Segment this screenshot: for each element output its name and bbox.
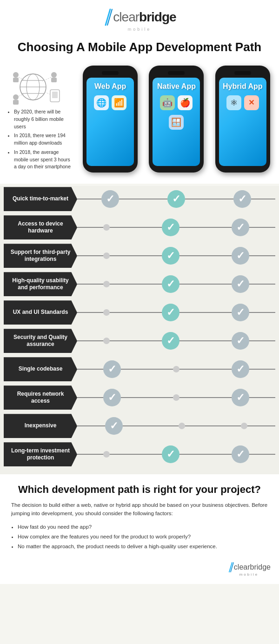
check-circle: ✓ <box>232 247 249 265</box>
intro-image <box>7 67 68 105</box>
bottom-bullets: How fast do you need the app? How comple… <box>0 522 279 560</box>
comparison-row: Requires network access✓✓ <box>4 385 275 411</box>
logo: clearbridge <box>5 8 274 26</box>
apple-icon: 🍎 <box>178 95 193 110</box>
intro-panel: By 2020, there will be roughly 6 billion… <box>5 66 77 174</box>
header-section: clearbridge mobile <box>0 0 279 35</box>
logo-slash-icon <box>103 8 113 26</box>
phone-notch-hybrid <box>234 71 251 75</box>
check-circle <box>241 423 247 429</box>
comparison-row: Access to device hardware✓✓ <box>4 214 275 240</box>
check-circle <box>173 394 179 401</box>
row-label: Security and Quality assurance <box>4 329 77 353</box>
check-circle: ✓ <box>162 275 179 293</box>
comparison-row: Single codebase✓✓ <box>4 356 275 382</box>
footer-logo: clearbridge mobile <box>227 562 271 577</box>
check-circle <box>103 252 110 259</box>
phone-screen-native: Native App 🤖 🍎 🪟 <box>153 78 200 166</box>
check-circle: ✓ <box>232 445 249 463</box>
phone-icons-native: 🤖 🍎 🪟 <box>154 95 198 130</box>
check-circle: ✓ <box>162 445 179 463</box>
check-circle: ✓ <box>232 275 249 293</box>
bottom-section: Which development path is right for your… <box>0 474 279 584</box>
bottom-footer: clearbridge mobile <box>0 560 279 584</box>
svg-point-11 <box>13 94 19 100</box>
check-circle: ✓ <box>232 219 249 236</box>
row-checks: ✓ <box>77 414 275 438</box>
check-circle: ✓ <box>103 389 121 406</box>
phone-frame-web: Web App 🌐 📶 <box>83 66 138 173</box>
svg-rect-10 <box>51 78 57 82</box>
globe-icon: 🌐 <box>94 95 109 110</box>
phone-label-native: Native App <box>157 82 196 91</box>
comparison-table: Quick time-to-market✓✓✓Access to device … <box>0 186 279 474</box>
row-label: UX and UI Standards <box>4 300 77 325</box>
row-label: High-quality usability and performance <box>4 272 77 296</box>
row-checks: ✓✓✓ <box>77 187 275 211</box>
check-circle: ✓ <box>162 219 179 236</box>
comparison-row: Inexpensive✓ <box>4 413 275 439</box>
logo-clear: clear <box>113 10 139 25</box>
svg-line-17 <box>19 93 27 96</box>
svg-line-19 <box>229 563 232 572</box>
phone-native: Native App 🤖 🍎 🪟 <box>149 66 204 173</box>
phone-hybrid: Hybrid App ⚛ ✕ <box>215 66 270 173</box>
check-circle: ✓ <box>167 190 185 208</box>
wifi-icon: 📶 <box>112 95 126 110</box>
phone-frame-native: Native App 🤖 🍎 🪟 <box>149 66 204 173</box>
phones-container: Web App 🌐 📶 Native App 🤖 🍎 🪟 <box>79 66 274 173</box>
check-circle: ✓ <box>232 304 249 321</box>
check-circle <box>173 366 179 372</box>
svg-rect-8 <box>13 78 19 82</box>
bottom-title: Which development path is right for your… <box>0 474 279 500</box>
row-checks: ✓✓ <box>77 300 275 325</box>
svg-line-15 <box>19 77 27 81</box>
comparison-row: Long-term investment protection✓✓ <box>4 441 275 467</box>
check-circle <box>103 309 110 316</box>
bottom-desc: The decision to build either a web, nati… <box>0 501 279 523</box>
check-circle: ✓ <box>233 190 251 208</box>
row-label: Access to device hardware <box>4 215 77 239</box>
comparison-row: Quick time-to-market✓✓✓ <box>4 186 275 212</box>
footer-logo-clear: clear <box>234 563 250 571</box>
bullet-2: In 2018, there were 194 million app down… <box>14 132 74 147</box>
windows-icon: 🪟 <box>169 115 184 130</box>
phone-label-hybrid: Hybrid App <box>223 82 263 91</box>
row-label: Long-term investment protection <box>4 442 77 466</box>
row-checks: ✓✓ <box>77 385 275 410</box>
comparison-row: Support for third-party integrations✓✓ <box>4 243 275 269</box>
phone-frame-hybrid: Hybrid App ⚛ ✕ <box>215 66 270 173</box>
phone-screen-web: Web App 🌐 📶 <box>86 78 134 166</box>
row-label: Requires network access <box>4 385 77 410</box>
row-checks: ✓✓ <box>77 215 275 239</box>
footer-logo-bridge: bridge <box>250 563 271 571</box>
row-checks: ✓✓ <box>77 357 275 381</box>
check-circle: ✓ <box>105 417 123 435</box>
check-circle <box>179 423 185 429</box>
bottom-bullet-1: How fast do you need the app? <box>18 522 268 532</box>
check-circle: ✓ <box>232 389 249 406</box>
phone-notch <box>102 71 119 75</box>
row-label: Quick time-to-market <box>4 187 77 211</box>
react-icon: ⚛ <box>226 95 241 110</box>
phone-notch-native <box>168 71 185 75</box>
phone-screen-hybrid: Hybrid App ⚛ ✕ <box>219 78 266 166</box>
comparison-row: Security and Quality assurance✓✓ <box>4 328 275 354</box>
check-circle: ✓ <box>232 332 249 350</box>
bottom-bullet-3: No matter the approach, the product need… <box>18 542 268 551</box>
intro-bullets: By 2020, there will be roughly 6 billion… <box>7 108 74 171</box>
check-circle <box>103 281 110 287</box>
check-circle: ✓ <box>103 360 121 378</box>
page-title: Choosing A Mobile App Development Path <box>0 35 279 61</box>
svg-point-9 <box>51 72 57 78</box>
row-checks: ✓✓ <box>77 329 275 353</box>
top-section: By 2020, there will be roughly 6 billion… <box>0 61 279 184</box>
check-circle: ✓ <box>101 190 119 208</box>
android-icon: 🤖 <box>160 95 175 110</box>
x-icon: ✕ <box>244 95 259 110</box>
check-circle <box>103 451 110 458</box>
phone-icons-hybrid: ⚛ ✕ <box>226 95 259 110</box>
check-circle: ✓ <box>162 247 179 265</box>
row-label: Single codebase <box>4 357 77 381</box>
row-checks: ✓✓ <box>77 442 275 466</box>
